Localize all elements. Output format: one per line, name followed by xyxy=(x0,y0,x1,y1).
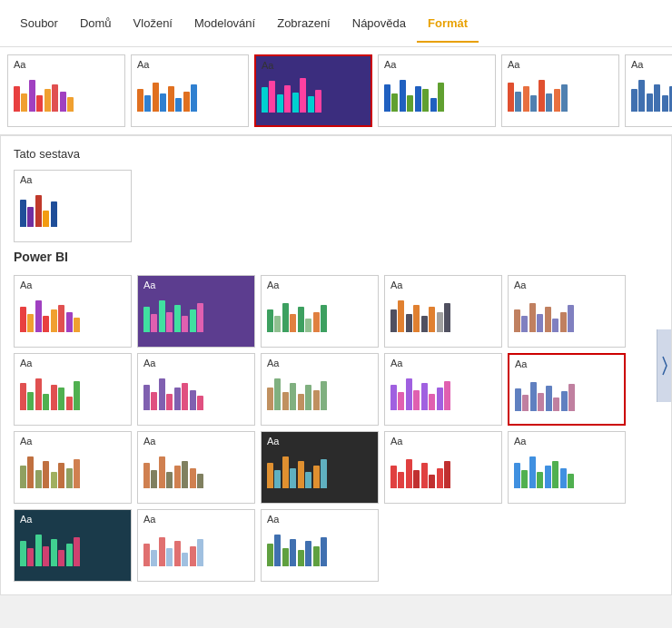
ribbon: Soubor Domů Vložení Modelování Zobrazení… xyxy=(0,0,672,47)
theme-label: Aa xyxy=(143,280,249,290)
theme-label: Aa xyxy=(515,358,618,369)
theme-label: Aa xyxy=(514,436,619,446)
section-this-report-title: Tato sestava xyxy=(14,147,658,161)
tab-format[interactable]: Formát xyxy=(417,4,479,43)
theme-card-pbi3[interactable]: Aa xyxy=(261,275,379,348)
theme-card-pbi6[interactable]: Aa xyxy=(14,353,132,426)
theme-label: Aa xyxy=(20,358,125,368)
theme-label: Aa xyxy=(508,59,613,70)
theme-card-pbi18[interactable]: Aa xyxy=(261,509,379,582)
theme-card-t6[interactable]: Aa xyxy=(625,54,672,127)
theme-dropdown-panel: Tato sestava Aa Power BI AaAaAaAaAaAaAaA… xyxy=(0,135,672,595)
theme-card-pbi16[interactable]: Aa xyxy=(14,509,132,582)
tab-napoveda[interactable]: Nápověda xyxy=(341,4,417,43)
theme-label: Aa xyxy=(267,514,372,525)
theme-label: Aa xyxy=(267,358,372,368)
theme-label: Aa xyxy=(514,280,619,290)
theme-label: Aa xyxy=(14,59,119,70)
theme-card-pbi2[interactable]: Aa xyxy=(137,275,255,348)
theme-label: Aa xyxy=(631,59,672,70)
tab-vlozeni[interactable]: Vložení xyxy=(123,4,183,43)
theme-card-pbi14[interactable]: Aa xyxy=(384,431,502,504)
theme-label: Aa xyxy=(262,60,365,71)
theme-label: Aa xyxy=(143,358,249,368)
theme-card-t3[interactable]: Aa xyxy=(254,54,372,127)
theme-card-pbi8[interactable]: Aa xyxy=(261,353,379,426)
theme-label: Aa xyxy=(20,514,125,525)
theme-card-pbi5[interactable]: Aa xyxy=(508,275,626,348)
theme-card-t4[interactable]: Aa xyxy=(378,54,496,127)
theme-card-t5[interactable]: Aa xyxy=(501,54,619,127)
theme-card-t2[interactable]: Aa xyxy=(131,54,249,127)
power-bi-themes-grid: AaAaAaAaAaAaAaAaAaAaExecutiveAaAaAaAaAaA… xyxy=(14,275,658,582)
theme-card-pbi12[interactable]: Aa xyxy=(137,431,255,504)
theme-card-pbi7[interactable]: Aa xyxy=(137,353,255,426)
theme-card-pbi13[interactable]: Aa xyxy=(261,431,379,504)
theme-label: Aa xyxy=(384,59,489,70)
tab-zobrazeni[interactable]: Zobrazení xyxy=(266,4,341,43)
theme-label: Aa xyxy=(20,280,125,290)
this-report-themes-grid: Aa xyxy=(14,170,658,242)
theme-card-pbi15[interactable]: Aa xyxy=(508,431,626,504)
chevron-right-icon xyxy=(661,352,668,379)
theme-card-tr1[interactable]: Aa xyxy=(14,170,132,242)
theme-card-pbi17[interactable]: Aa xyxy=(137,509,255,582)
theme-label: Aa xyxy=(390,436,496,446)
theme-label: Aa xyxy=(20,174,125,185)
theme-label: Aa xyxy=(267,280,372,290)
theme-card-pbi11[interactable]: Aa xyxy=(14,431,132,504)
theme-label: Aa xyxy=(20,436,125,446)
theme-card-pbi10[interactable]: AaExecutive xyxy=(508,353,626,426)
theme-card-pbi4[interactable]: Aa xyxy=(384,275,502,348)
theme-card-t1[interactable]: Aa xyxy=(7,54,125,127)
theme-label: Aa xyxy=(390,280,496,290)
theme-label: Aa xyxy=(143,436,249,446)
theme-label: Aa xyxy=(267,436,372,446)
tab-soubor[interactable]: Soubor xyxy=(9,4,69,43)
theme-label: Aa xyxy=(143,514,249,525)
right-side-arrow[interactable] xyxy=(657,329,671,402)
theme-label: Aa xyxy=(137,59,242,70)
tab-domu[interactable]: Domů xyxy=(69,4,123,43)
theme-card-pbi1[interactable]: Aa xyxy=(14,275,132,348)
section-power-bi-title: Power BI xyxy=(14,250,658,264)
theme-label: Aa xyxy=(390,358,496,368)
theme-card-pbi9[interactable]: Aa xyxy=(384,353,502,426)
tab-modelovani[interactable]: Modelování xyxy=(183,4,266,43)
